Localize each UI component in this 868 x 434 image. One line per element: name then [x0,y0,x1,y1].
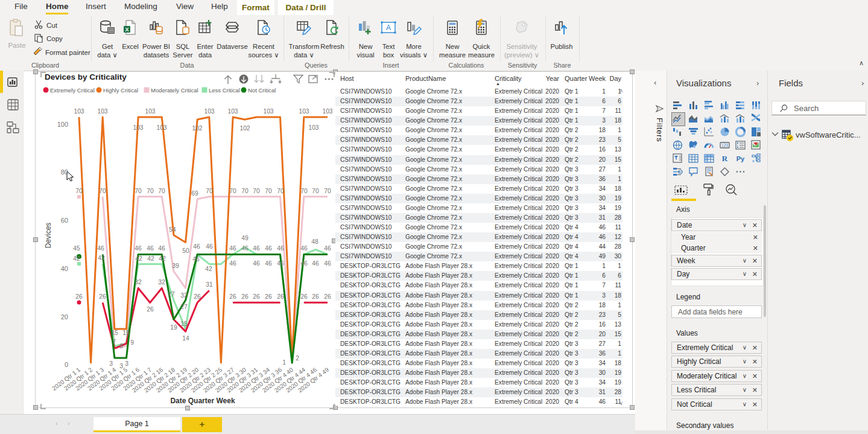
svg-text:26: 26 [312,293,319,300]
svg-text:123: 123 [721,143,728,147]
svg-text:70: 70 [277,188,284,194]
svg-text:19: 19 [170,324,177,331]
svg-text:46: 46 [193,243,200,250]
svg-text:46: 46 [253,260,260,267]
svg-text:103: 103 [263,108,273,115]
svg-text:46: 46 [229,260,236,267]
svg-text:46: 46 [265,245,272,252]
svg-text:46: 46 [97,245,104,252]
svg-text:46: 46 [265,260,272,267]
svg-text:46: 46 [192,256,200,263]
svg-text:42: 42 [159,255,166,262]
svg-text:70: 70 [135,188,142,194]
svg-text:103: 103 [74,108,84,115]
svg-text:R: R [722,154,728,163]
svg-text:103: 103 [227,108,238,115]
svg-text:39: 39 [172,263,179,269]
svg-text:A: A [386,24,391,32]
svg-text:46: 46 [312,260,319,267]
svg-text:70: 70 [147,188,154,194]
svg-text:103: 103 [156,124,166,131]
svg-text:103: 103 [97,108,107,115]
svg-text:32: 32 [180,292,188,299]
svg-text:70: 70 [158,188,165,194]
svg-text:26: 26 [194,293,201,300]
svg-text:15: 15 [111,330,118,336]
svg-text:Devices: Devices [44,223,52,249]
svg-text:103: 103 [322,108,332,115]
svg-text:46: 46 [158,245,165,252]
svg-text:14: 14 [182,335,189,342]
svg-text:103: 103 [204,108,214,115]
svg-text:46: 46 [277,260,284,267]
svg-text:46: 46 [241,245,249,252]
svg-text:27: 27 [180,304,188,310]
svg-text:31: 31 [206,281,213,288]
svg-text:42: 42 [205,266,212,272]
svg-text:103: 103 [145,108,155,115]
svg-text:26: 26 [277,293,284,300]
svg-text:102: 102 [192,125,202,132]
svg-text:60: 60 [61,217,68,224]
svg-text:103: 103 [299,108,309,115]
svg-text:45: 45 [73,245,80,252]
svg-text:15: 15 [122,330,130,336]
svg-text:26: 26 [253,293,260,300]
svg-text:70: 70 [99,188,106,194]
svg-text:9: 9 [130,339,134,346]
svg-text:54: 54 [169,226,176,233]
svg-text:26: 26 [324,293,331,300]
svg-text:50: 50 [182,247,189,254]
svg-text:49: 49 [241,235,249,241]
svg-text:70: 70 [241,188,249,194]
svg-text:26: 26 [75,293,83,300]
svg-text:46: 46 [277,245,284,252]
svg-text:3: 3 [125,360,128,367]
svg-text:70: 70 [265,188,272,194]
svg-text:70: 70 [253,188,260,194]
svg-text:42: 42 [98,255,105,261]
svg-text:46: 46 [300,245,308,252]
svg-text:46: 46 [229,245,236,252]
svg-text:102: 102 [239,125,250,132]
svg-text:69: 69 [191,190,198,197]
svg-text:Py: Py [737,155,745,162]
svg-text:1: 1 [282,359,286,366]
svg-text:26: 26 [300,293,308,300]
svg-text:7: 7 [112,339,116,345]
svg-text:26: 26 [147,306,154,313]
svg-text:32: 32 [135,279,142,286]
svg-text:Date Quarter Week: Date Quarter Week [170,397,235,405]
svg-text:26: 26 [99,293,106,300]
svg-text:80: 80 [61,168,68,176]
svg-text:42: 42 [135,255,142,262]
svg-text:40: 40 [61,265,68,272]
svg-text:2: 2 [296,355,299,362]
svg-text:46: 46 [324,245,331,252]
svg-text:42: 42 [147,255,154,262]
svg-text:3: 3 [119,363,123,369]
svg-text:70: 70 [229,188,236,194]
svg-text:3: 3 [109,360,113,367]
svg-text:26: 26 [265,293,272,300]
svg-text:46: 46 [147,245,154,252]
svg-text:70: 70 [75,188,83,194]
svg-text:46: 46 [300,260,308,267]
svg-text:100: 100 [57,121,68,128]
svg-text:48: 48 [311,238,318,245]
svg-text:46: 46 [206,243,213,250]
svg-text:8: 8 [119,343,123,349]
svg-text:26: 26 [241,293,249,300]
svg-text:70: 70 [300,188,308,194]
svg-text:0: 0 [65,361,68,368]
svg-text:46: 46 [253,245,260,252]
svg-text:27: 27 [168,291,175,298]
svg-text:70: 70 [324,188,331,194]
svg-text:32: 32 [158,279,165,286]
svg-text:70: 70 [312,188,319,194]
svg-text:42: 42 [73,255,80,262]
svg-text:70: 70 [206,188,213,194]
svg-text:20: 20 [61,313,68,321]
svg-text:46: 46 [324,260,331,267]
svg-text:103: 103 [133,124,143,131]
